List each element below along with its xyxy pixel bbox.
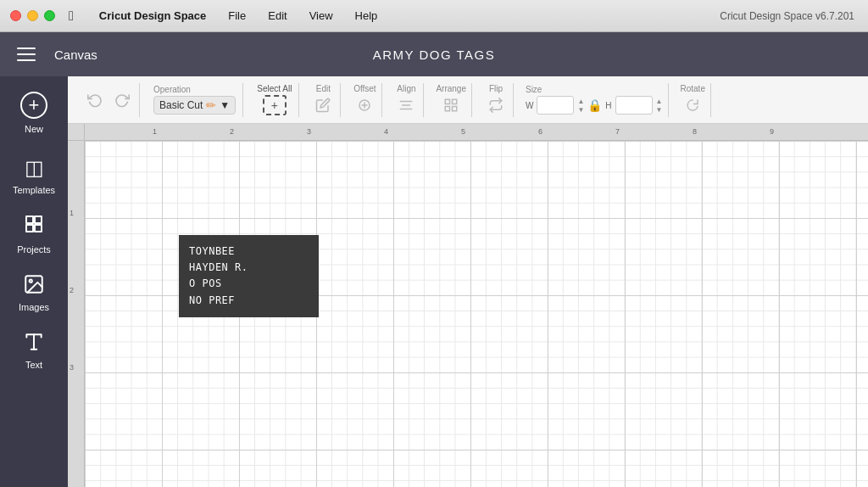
offset-group: Offset <box>348 83 382 117</box>
ruler-v-2: 2 <box>70 286 74 294</box>
redo-button[interactable] <box>110 88 134 112</box>
flip-button[interactable] <box>484 95 508 115</box>
canvas-area[interactable]: 1 2 3 4 5 6 7 8 9 1 2 3 <box>68 124 868 487</box>
ruler-h-5: 5 <box>461 127 465 136</box>
size-h-arrows: ▲ ▼ <box>656 98 663 114</box>
ruler-v-1: 1 <box>70 209 74 217</box>
file-menu[interactable]: File <box>225 8 249 24</box>
select-all-label: Select All <box>257 84 292 93</box>
arrange-button[interactable] <box>439 95 463 115</box>
left-sidebar: + New ◫ Templates Projects Images Text <box>0 76 68 487</box>
select-all-group: Select All + <box>250 83 299 117</box>
content-area: Operation Basic Cut ✏ ▼ Select All + Edi… <box>68 76 868 487</box>
size-w-down[interactable]: ▼ <box>577 106 584 114</box>
help-menu[interactable]: Help <box>352 8 381 24</box>
offset-button[interactable] <box>353 95 376 115</box>
arrange-label: Arrange <box>436 84 466 93</box>
rotate-label: Rotate <box>681 84 705 93</box>
lock-icon: 🔒 <box>587 98 602 112</box>
menu-bar:  Cricut Design Space File Edit View Hel… <box>69 8 381 24</box>
toolbar: Operation Basic Cut ✏ ▼ Select All + Edi… <box>68 76 868 124</box>
size-h-input[interactable] <box>615 96 653 115</box>
svg-rect-1 <box>35 216 42 223</box>
sidebar-item-text[interactable]: Text <box>3 322 64 377</box>
svg-rect-17 <box>453 107 457 111</box>
arrange-group: Arrange <box>431 83 472 117</box>
offset-label: Offset <box>353 84 376 93</box>
svg-rect-3 <box>35 225 42 232</box>
ruler-v-3: 3 <box>70 363 74 372</box>
edit-menu[interactable]: Edit <box>264 8 290 24</box>
sidebar-new-label: New <box>25 124 43 134</box>
operation-select[interactable]: Basic Cut ✏ ▼ <box>153 96 236 115</box>
ruler-corner <box>68 124 85 141</box>
rotate-button[interactable] <box>681 95 704 115</box>
hamburger-line-3 <box>17 59 36 61</box>
flip-group: Flip <box>479 83 514 117</box>
svg-rect-0 <box>26 216 33 223</box>
operation-group: Operation Basic Cut ✏ ▼ <box>147 83 243 117</box>
undo-button[interactable] <box>83 88 107 112</box>
ruler-h-6: 6 <box>538 127 542 136</box>
size-inputs: W ▲ ▼ 🔒 H ▲ ▼ <box>526 96 663 115</box>
close-button[interactable] <box>10 10 21 21</box>
sidebar-projects-label: Projects <box>17 244 51 255</box>
flip-label: Flip <box>489 84 503 93</box>
text-line-2: HAYDEN R. <box>189 260 309 276</box>
size-w-label: W <box>526 101 533 110</box>
select-all-button[interactable]: + <box>263 95 287 115</box>
edit-label: Edit <box>316 84 331 93</box>
ruler-h-7: 7 <box>615 127 620 136</box>
hamburger-line-2 <box>17 53 36 55</box>
hamburger-button[interactable] <box>14 41 41 68</box>
sidebar-templates-label: Templates <box>13 185 55 195</box>
size-group: Size W ▲ ▼ 🔒 H ▲ ▼ <box>520 83 669 117</box>
app-header: Canvas ARMY DOG TAGS <box>0 32 868 76</box>
view-menu[interactable]: View <box>306 8 337 24</box>
sidebar-item-new[interactable]: + New <box>3 83 64 141</box>
window-controls <box>10 10 55 21</box>
project-title: ARMY DOG TAGS <box>373 48 496 62</box>
pencil-icon: ✏ <box>206 98 216 112</box>
ruler-h-4: 4 <box>384 127 388 136</box>
minimize-button[interactable] <box>27 10 38 21</box>
main-layout: + New ◫ Templates Projects Images Text <box>0 76 868 487</box>
ruler-h-3: 3 <box>307 127 311 136</box>
text-line-1: TOYNBEE <box>189 244 309 260</box>
canvas-text-block[interactable]: TOYNBEE HAYDEN R. O POS NO PREF <box>179 235 319 317</box>
size-label: Size <box>526 85 663 94</box>
new-plus-icon: + <box>20 92 47 119</box>
size-h-up[interactable]: ▲ <box>656 98 663 105</box>
operation-label: Operation <box>153 85 191 94</box>
size-h-label: H <box>605 101 611 110</box>
images-icon <box>23 273 45 297</box>
operation-value: Basic Cut <box>159 99 203 111</box>
ruler-h-1: 1 <box>153 127 157 136</box>
size-w-arrows: ▲ ▼ <box>577 98 584 114</box>
ruler-h-8: 8 <box>693 127 697 136</box>
text-line-4: NO PREF <box>189 293 309 309</box>
size-w-input[interactable] <box>537 96 574 115</box>
sidebar-item-templates[interactable]: ◫ Templates <box>3 148 64 202</box>
ruler-vertical: 1 2 3 <box>68 141 85 487</box>
sidebar-item-images[interactable]: Images <box>3 265 64 319</box>
size-h-down[interactable]: ▼ <box>656 106 663 114</box>
align-button[interactable] <box>394 95 418 115</box>
app-name-menu[interactable]: Cricut Design Space <box>96 8 209 24</box>
sidebar-item-projects[interactable]: Projects <box>3 205 64 261</box>
svg-point-5 <box>30 280 32 283</box>
title-bar:  Cricut Design Space File Edit View Hel… <box>0 0 868 32</box>
edit-group: Edit <box>306 83 341 117</box>
canvas-grid[interactable]: TOYNBEE HAYDEN R. O POS NO PREF <box>85 141 868 487</box>
sidebar-text-label: Text <box>25 360 42 370</box>
text-icon <box>23 331 45 355</box>
edit-button[interactable] <box>311 95 335 115</box>
align-group: Align <box>389 83 424 117</box>
ruler-horizontal: 1 2 3 4 5 6 7 8 9 <box>85 124 868 141</box>
rotate-group: Rotate <box>676 83 711 117</box>
size-w-up[interactable]: ▲ <box>577 98 584 105</box>
hamburger-line-1 <box>17 48 36 49</box>
apple-icon:  <box>69 8 74 24</box>
align-label: Align <box>397 84 415 93</box>
maximize-button[interactable] <box>44 10 55 21</box>
